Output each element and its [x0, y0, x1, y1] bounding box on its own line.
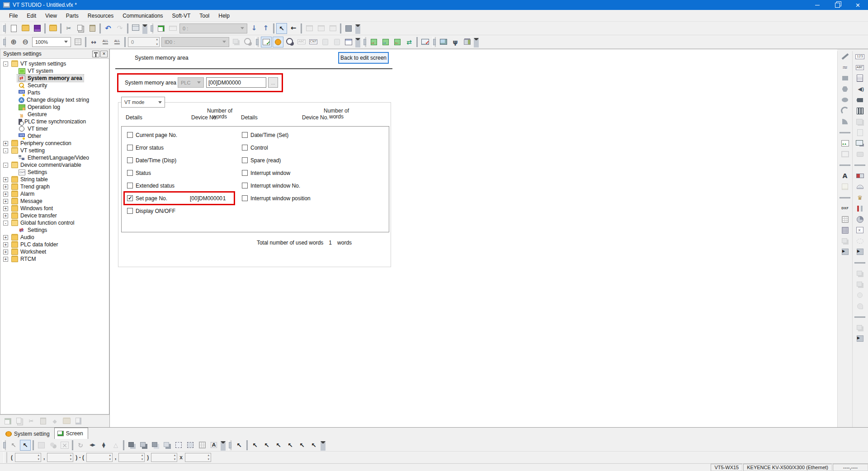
part-video-button[interactable] [854, 95, 866, 105]
minimize-button[interactable] [807, 0, 827, 10]
device-input[interactable]: [00]DM00000 [206, 77, 266, 88]
copy-button[interactable] [75, 23, 86, 34]
flip-horizontal-button[interactable] [87, 440, 98, 451]
usb-connection-button[interactable] [450, 37, 461, 47]
dropdown-caret[interactable] [355, 23, 361, 34]
tree-item[interactable]: + Alarm [0, 190, 109, 198]
menu-item[interactable]: File [5, 11, 22, 21]
part-document-button[interactable] [854, 73, 866, 83]
screen-keyboard-button[interactable] [167, 23, 178, 34]
select-type-2-button[interactable] [261, 440, 272, 451]
edit-item-button[interactable] [2, 416, 13, 427]
edit-screen-button[interactable] [156, 23, 166, 34]
draw-polygon-button[interactable] [839, 84, 851, 94]
tree-expander[interactable]: + [3, 177, 8, 182]
menu-item[interactable]: Soft-VT [168, 11, 195, 21]
parts-number-button[interactable] [36, 440, 47, 451]
move-up-button[interactable] [260, 23, 271, 34]
window-3-button[interactable] [327, 23, 338, 34]
snap-position-button[interactable] [88, 37, 99, 47]
move-down-button[interactable] [249, 23, 259, 34]
part-shape2-button[interactable] [854, 279, 866, 289]
vt-maintenance-button[interactable] [438, 37, 449, 47]
auto-layout-button[interactable] [208, 440, 219, 451]
print-button[interactable] [130, 23, 141, 34]
paste-item-button[interactable] [38, 416, 48, 427]
send-backward-button[interactable] [161, 440, 172, 451]
select-type-6-button[interactable] [308, 440, 319, 451]
menu-item[interactable]: Parts [61, 11, 83, 21]
simulator-button[interactable] [420, 37, 430, 47]
draw-arc-button[interactable] [839, 106, 851, 116]
select-type-3-button[interactable] [273, 440, 284, 451]
window-2-button[interactable] [316, 23, 326, 34]
overlap-order-button[interactable] [231, 37, 241, 47]
paste-shape-button[interactable] [839, 236, 851, 246]
checkbox[interactable] [242, 145, 248, 151]
tree-expander[interactable]: + [3, 141, 8, 146]
tree-expander[interactable]: + [3, 235, 8, 240]
draw-sector-button[interactable] [839, 117, 851, 127]
checkbox[interactable] [127, 157, 133, 163]
screen-list-button[interactable] [343, 37, 354, 47]
select-cursor-button[interactable] [276, 23, 287, 34]
draw-ellipse-button[interactable] [839, 95, 851, 105]
checkbox[interactable] [242, 183, 248, 188]
select-type-5-button[interactable] [297, 440, 307, 451]
tree-item[interactable]: + Periphery connection [0, 140, 109, 147]
select-same-parts-button[interactable] [234, 440, 245, 451]
tree-item[interactable]: Security [0, 82, 109, 89]
part-lamp-button[interactable] [854, 290, 866, 300]
dropdown-caret[interactable] [473, 37, 479, 47]
transfer-to-vt-button[interactable] [368, 37, 379, 47]
part-lasso-button[interactable] [854, 236, 866, 246]
checkbox[interactable] [242, 132, 248, 138]
menu-item[interactable]: Communications [118, 11, 167, 21]
tree-item[interactable]: + Message [0, 198, 109, 205]
tree-expander[interactable]: - [3, 61, 8, 66]
restore-button[interactable] [827, 0, 848, 10]
checkbox[interactable] [127, 170, 133, 176]
new-file-button[interactable] [8, 23, 19, 34]
tree-item[interactable]: + String table [0, 176, 109, 183]
part-film-button[interactable] [854, 106, 866, 116]
part-shape1-button[interactable] [854, 268, 866, 278]
select-cursor2-button[interactable] [20, 440, 31, 451]
tree-item[interactable]: Gesture [0, 111, 109, 118]
tree-expander[interactable]: + [3, 242, 8, 247]
coord-x2-input[interactable] [86, 453, 113, 462]
part-text-button[interactable] [854, 62, 866, 72]
pin-icon[interactable] [92, 51, 99, 57]
plc-transfer-button[interactable] [462, 37, 472, 47]
part-numeric-button[interactable] [854, 52, 866, 61]
draw-rectangle-button[interactable] [839, 73, 851, 83]
coord-y2-input[interactable] [118, 453, 145, 462]
checkbox[interactable] [127, 132, 133, 138]
part-bars-button[interactable] [854, 203, 866, 213]
bring-to-front-button[interactable] [126, 440, 137, 451]
text-abc-button[interactable] [296, 37, 307, 47]
checkbox[interactable] [242, 195, 248, 201]
rotate-button[interactable] [75, 440, 86, 451]
tree-expander[interactable]: - [3, 163, 8, 168]
coord-height-input[interactable] [185, 453, 211, 462]
plc-select[interactable]: PLC [178, 77, 204, 88]
menu-item[interactable]: Edit [22, 11, 41, 21]
tree-item[interactable]: + Device transfer [0, 212, 109, 219]
align-parts-button[interactable] [110, 440, 121, 451]
tree-item[interactable]: Change display text string [0, 96, 109, 104]
part-audio-button[interactable] [854, 84, 866, 94]
delete-item-button[interactable] [49, 416, 60, 427]
transfer-monitor-button[interactable] [380, 37, 391, 47]
expand-more-icon[interactable] [839, 247, 851, 257]
fit-to-grid-button[interactable] [173, 440, 184, 451]
draw-text-button[interactable] [839, 171, 851, 181]
expand-more-icon[interactable] [854, 247, 866, 257]
grid-button[interactable] [72, 37, 83, 47]
menu-item[interactable]: Tool [195, 11, 214, 21]
align-grid-button[interactable] [197, 440, 208, 451]
checkbox[interactable] [242, 170, 248, 176]
transfer-from-vt-button[interactable] [392, 37, 403, 47]
flip-vertical-button[interactable] [99, 440, 109, 451]
tree-item[interactable]: + Trend graph [0, 183, 109, 190]
